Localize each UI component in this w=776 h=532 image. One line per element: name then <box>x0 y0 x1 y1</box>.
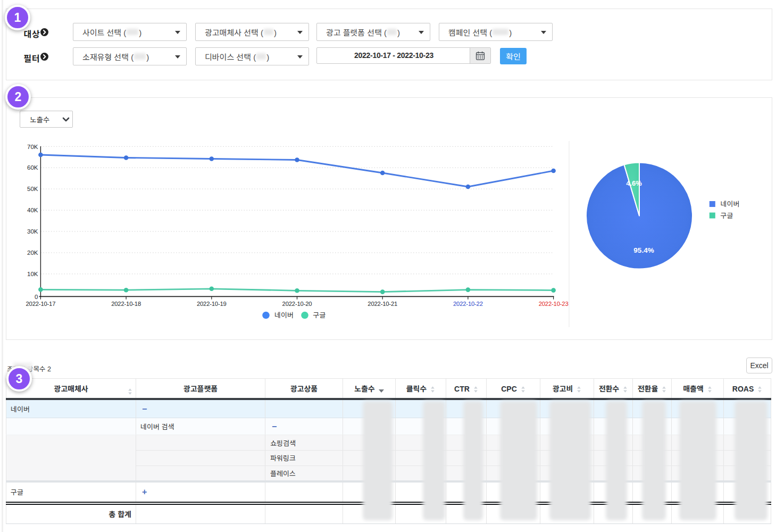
svg-text:2022-10-23: 2022-10-23 <box>539 299 569 307</box>
svg-text:20K: 20K <box>27 248 38 256</box>
svg-text:네이버: 네이버 <box>274 310 294 320</box>
svg-text:2022-10-20: 2022-10-20 <box>282 299 312 307</box>
svg-text:95.4%: 95.4% <box>633 244 654 255</box>
svg-text:40K: 40K <box>27 205 38 214</box>
svg-text:구글: 구글 <box>313 310 326 320</box>
svg-text:30K: 30K <box>27 227 38 235</box>
svg-text:네이버: 네이버 <box>721 198 740 209</box>
svg-text:구글: 구글 <box>721 210 733 220</box>
svg-text:2022-10-22: 2022-10-22 <box>453 299 483 307</box>
svg-text:60K: 60K <box>27 163 38 171</box>
svg-text:2022-10-17: 2022-10-17 <box>26 299 56 307</box>
svg-text:2022-10-21: 2022-10-21 <box>368 299 397 307</box>
svg-text:4.6%: 4.6% <box>626 178 642 188</box>
svg-text:70K: 70K <box>27 142 38 151</box>
svg-text:50K: 50K <box>27 184 38 193</box>
svg-text:2022-10-19: 2022-10-19 <box>197 299 227 307</box>
svg-text:2022-10-18: 2022-10-18 <box>111 299 141 307</box>
svg-text:10K: 10K <box>27 269 38 278</box>
